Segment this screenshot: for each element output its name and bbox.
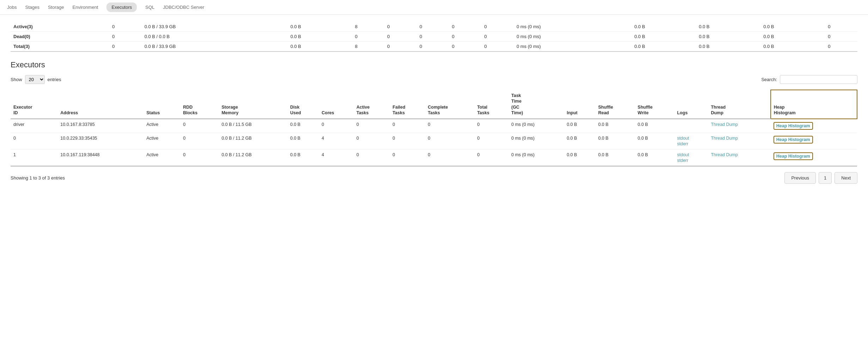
table-cell: 0.0 B xyxy=(595,150,635,166)
nav-item-stages[interactable]: Stages xyxy=(25,1,39,13)
col-disk-used: DiskUsed xyxy=(287,90,319,119)
summary-cell: 0 xyxy=(384,32,417,42)
table-cell: 0 xyxy=(319,119,354,133)
nav-item-sql[interactable]: SQL xyxy=(145,1,154,13)
show-select[interactable]: 102050100 xyxy=(25,75,45,84)
table-cell: 4 xyxy=(319,150,354,166)
thread-dump-cell: Thread Dump xyxy=(708,150,770,166)
col-active-tasks: ActiveTasks xyxy=(354,90,390,119)
summary-cell: 0.0 B xyxy=(288,42,352,52)
table-cell: 0.0 B xyxy=(287,119,319,133)
table-row: 110.0.167.119:38448Active00.0 B / 11.2 G… xyxy=(11,150,857,166)
col-status: Status xyxy=(143,90,180,119)
logs-cell: stdoutstderr xyxy=(674,133,708,150)
heap-histogram-link[interactable]: Heap Histogram xyxy=(776,137,810,142)
col-heap-histogram: HeapHistogram xyxy=(771,90,857,119)
search-label: Search: xyxy=(761,77,777,82)
pagination: Previous 1 Next xyxy=(784,172,857,184)
summary-cell: 0 xyxy=(825,22,857,32)
nav-item-storage[interactable]: Storage xyxy=(48,1,64,13)
summary-cell: 8 xyxy=(352,22,385,32)
heap-histogram-link[interactable]: Heap Histogram xyxy=(776,123,810,128)
col-address: Address xyxy=(57,90,143,119)
search-input[interactable] xyxy=(780,75,857,84)
section-title: Executors xyxy=(11,60,857,69)
log-link-stdout[interactable]: stdout xyxy=(677,152,705,157)
log-link-stderr[interactable]: stderr xyxy=(677,141,705,146)
summary-cell: 0.0 B / 33.9 GB xyxy=(142,22,288,32)
thread-dump-cell: Thread Dump xyxy=(708,133,770,150)
col-logs: Logs xyxy=(674,90,708,119)
thread-dump-link[interactable]: Thread Dump xyxy=(711,136,738,141)
show-entries: Show 102050100 entries xyxy=(11,75,61,84)
summary-cell: 0.0 B xyxy=(696,32,760,42)
heap-histogram-cell: Heap Histogram xyxy=(771,133,857,150)
table-cell: 0 xyxy=(180,150,219,166)
table-cell: 10.0.167.8:33785 xyxy=(57,119,143,133)
thread-dump-link[interactable]: Thread Dump xyxy=(711,122,738,127)
table-cell: 0 xyxy=(425,119,475,133)
summary-cell: 0.0 B xyxy=(696,42,760,52)
log-link-stdout[interactable]: stdout xyxy=(677,136,705,141)
previous-button[interactable]: Previous xyxy=(784,172,816,184)
table-cell: Active xyxy=(143,119,180,133)
table-cell: 0 xyxy=(180,119,219,133)
nav-item-jdbc-odbc-server[interactable]: JDBC/ODBC Server xyxy=(163,1,204,13)
col-cores: Cores xyxy=(319,90,354,119)
nav-item-executors[interactable]: Executors xyxy=(106,2,137,12)
page-number: 1 xyxy=(819,172,832,184)
log-link-stderr[interactable]: stderr xyxy=(677,158,705,163)
summary-cell: 0 xyxy=(449,42,482,52)
table-cell: 0.0 B / 11.2 GB xyxy=(219,150,287,166)
table-cell: Active xyxy=(143,150,180,166)
summary-cell: 0.0 B xyxy=(288,32,352,42)
summary-cell: 8 xyxy=(352,42,385,52)
col-shuffle-write: ShuffleWrite xyxy=(635,90,674,119)
nav-item-environment[interactable]: Environment xyxy=(73,1,98,13)
col-executor-id: ExecutorID xyxy=(11,90,57,119)
table-cell: driver xyxy=(11,119,57,133)
table-cell: 0.0 B xyxy=(287,133,319,150)
summary-cell: 0 ms (0 ms) xyxy=(514,22,631,32)
summary-cell: Active(3) xyxy=(11,22,109,32)
thread-dump-link[interactable]: Thread Dump xyxy=(711,152,738,157)
summary-cell: 0.0 B xyxy=(760,32,825,42)
nav-item-jobs[interactable]: Jobs xyxy=(7,1,17,13)
thread-dump-cell: Thread Dump xyxy=(708,119,770,133)
summary-table: Active(3)00.0 B / 33.9 GB0.0 B800000 ms … xyxy=(11,22,857,52)
show-label: Show xyxy=(11,77,22,82)
summary-cell: 0.0 B xyxy=(760,42,825,52)
summary-cell: 0 xyxy=(481,42,514,52)
table-cell: 0 xyxy=(474,150,508,166)
summary-cell: 0.0 B xyxy=(760,22,825,32)
table-cell: 0.0 B xyxy=(595,119,635,133)
heap-histogram-cell: Heap Histogram xyxy=(771,150,857,166)
table-cell: 0 xyxy=(474,119,508,133)
summary-cell: 0 xyxy=(384,22,417,32)
summary-cell: Total(3) xyxy=(11,42,109,52)
summary-cell: 0 xyxy=(109,32,142,42)
summary-cell: 0 xyxy=(417,32,449,42)
col-input: Input xyxy=(564,90,595,119)
table-cell: 4 xyxy=(319,133,354,150)
heap-histogram-link[interactable]: Heap Histogram xyxy=(776,154,810,159)
col-thread-dump: ThreadDump xyxy=(708,90,770,119)
summary-cell: 0 xyxy=(417,42,449,52)
summary-cell: 0.0 B xyxy=(631,22,696,32)
table-cell: 0.0 B xyxy=(564,133,595,150)
table-cell: 0.0 B / 11.5 GB xyxy=(219,119,287,133)
table-cell: 0.0 B xyxy=(635,150,674,166)
col-total-tasks: TotalTasks xyxy=(474,90,508,119)
col-failed-tasks: FailedTasks xyxy=(390,90,425,119)
controls-row: Show 102050100 entries Search: xyxy=(11,75,857,84)
summary-cell: 0 xyxy=(417,22,449,32)
summary-cell: 0.0 B xyxy=(288,22,352,32)
table-cell: 0 ms (0 ms) xyxy=(508,119,564,133)
logs-cell xyxy=(674,119,708,133)
nav-bar: JobsStagesStorageEnvironmentExecutorsSQL… xyxy=(0,0,868,15)
table-cell: 0 xyxy=(11,133,57,150)
table-cell: 0.0 B xyxy=(595,133,635,150)
showing-text: Showing 1 to 3 of 3 entries xyxy=(11,175,65,181)
summary-cell: 0 xyxy=(352,32,385,42)
next-button[interactable]: Next xyxy=(835,172,857,184)
